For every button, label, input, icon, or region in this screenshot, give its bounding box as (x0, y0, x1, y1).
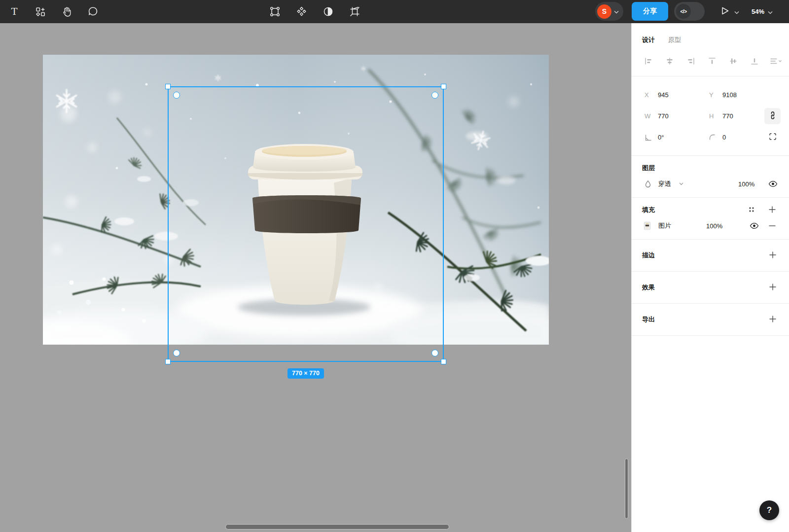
add-stroke-button[interactable] (769, 251, 777, 260)
mask-button[interactable] (319, 2, 337, 21)
align-right-button[interactable] (684, 55, 697, 68)
fill-row: 图片 100% (632, 220, 789, 231)
crop-icon (349, 6, 360, 17)
zoom-level: 54% (752, 8, 764, 15)
width-value: 770 (658, 112, 669, 120)
corner-radius-value: 0 (722, 134, 726, 141)
components-button[interactable] (292, 2, 311, 21)
rotation-row: 0° 0 (632, 127, 789, 148)
selection-size-label: 770 × 770 (287, 368, 324, 379)
fill-type-label[interactable]: 图片 (658, 221, 671, 230)
zoom-level-menu[interactable]: 54% (752, 0, 773, 23)
tab-prototype[interactable]: 原型 (668, 35, 681, 44)
fill-visibility-toggle[interactable] (750, 222, 759, 229)
stroke-section: 描边 (632, 240, 789, 271)
components-icon (296, 6, 307, 17)
effects-section: 效果 (632, 272, 789, 303)
edit-object-button[interactable] (265, 2, 284, 21)
height-label: H (709, 112, 717, 120)
fill-styles-icon[interactable] (748, 206, 755, 213)
transform-section: X 945 Y 9108 W 770 H 770 (632, 76, 789, 155)
blend-mode-row: 穿透 100% (632, 178, 789, 189)
layer-section-title: 图层 (642, 164, 655, 173)
account-menu[interactable]: S (595, 2, 623, 21)
left-tool-group: T (5, 0, 102, 23)
selection-box[interactable] (168, 86, 444, 362)
y-value: 9108 (722, 91, 737, 99)
help-button[interactable]: ? (759, 500, 779, 520)
blend-droplet-icon (644, 180, 652, 188)
text-tool-icon: T (9, 6, 20, 17)
align-horizontal-center-button[interactable] (663, 55, 676, 68)
distribute-menu-button[interactable] (769, 55, 782, 68)
layer-visibility-toggle[interactable] (768, 180, 778, 187)
add-fill-button[interactable] (768, 206, 776, 213)
play-icon (721, 6, 729, 17)
remove-fill-button[interactable] (768, 222, 776, 230)
resize-handle-top-right[interactable] (441, 84, 446, 89)
height-value: 770 (722, 112, 733, 120)
add-export-button[interactable] (769, 315, 777, 324)
crop-button[interactable] (345, 2, 364, 21)
top-toolbar: T (0, 0, 789, 23)
chevron-down-icon (679, 182, 683, 185)
text-tool-button[interactable]: T (5, 2, 24, 21)
expand-corners-icon (768, 132, 777, 142)
rotation-field[interactable]: 0° (645, 134, 709, 141)
divider (632, 335, 789, 336)
rotation-value: 0° (658, 134, 664, 141)
present-button[interactable] (721, 0, 739, 23)
assets-tool-button[interactable] (31, 2, 50, 21)
y-label: Y (709, 91, 717, 99)
add-effect-button[interactable] (769, 283, 777, 292)
share-button[interactable]: 分享 (632, 2, 668, 21)
hand-tool-icon (61, 6, 72, 17)
align-left-button[interactable] (642, 55, 655, 68)
edit-object-icon (269, 6, 281, 17)
align-top-button[interactable] (706, 55, 718, 68)
fill-section: 填充 图片 100% (632, 198, 789, 231)
comment-tool-button[interactable] (83, 2, 102, 21)
corner-radius-handle-top-right[interactable] (431, 92, 438, 99)
size-row: W 770 H 770 (632, 106, 789, 127)
align-vertical-center-button[interactable] (727, 55, 740, 68)
fill-section-title: 填充 (642, 206, 655, 214)
width-field[interactable]: W 770 (645, 112, 709, 120)
corner-radius-handle-bottom-right[interactable] (431, 350, 438, 356)
y-field[interactable]: Y 9108 (709, 91, 774, 99)
mask-icon (323, 6, 334, 17)
resize-handle-bottom-left[interactable] (165, 359, 171, 364)
blend-mode-select[interactable]: 穿透 (658, 179, 671, 188)
tab-design[interactable]: 设计 (642, 35, 655, 44)
stroke-section-title: 描边 (642, 251, 769, 260)
layer-section: 图层 穿透 100% (632, 156, 789, 189)
center-tool-group (265, 0, 364, 23)
align-bottom-button[interactable] (748, 55, 761, 68)
position-row: X 945 Y 9108 (632, 84, 789, 106)
x-value: 945 (658, 91, 669, 99)
rotation-icon (645, 134, 653, 141)
canvas[interactable]: 770 × 770 (0, 23, 631, 532)
fill-thumbnail[interactable] (644, 222, 650, 230)
inspector-tabs: 设计 原型 (632, 23, 789, 44)
independent-corners-button[interactable] (764, 129, 781, 145)
avatar: S (597, 4, 611, 19)
x-field[interactable]: X 945 (645, 91, 709, 99)
vertical-scrollbar[interactable] (625, 459, 628, 519)
fill-opacity-field[interactable]: 100% (706, 222, 722, 230)
corner-radius-handle-bottom-left[interactable] (173, 350, 180, 356)
corner-radius-handle-top-left[interactable] (173, 92, 180, 99)
effects-section-title: 效果 (642, 283, 769, 292)
chevron-down-icon (614, 7, 619, 16)
chevron-down-icon (734, 7, 739, 16)
layer-opacity-field[interactable]: 100% (738, 180, 754, 188)
dev-mode-toggle[interactable]: </> (674, 2, 705, 21)
resize-handle-bottom-right[interactable] (441, 359, 446, 364)
resize-handle-top-left[interactable] (165, 84, 171, 89)
chevron-down-icon (768, 7, 773, 16)
export-section-title: 导出 (642, 315, 769, 324)
inspector-panel: 设计 原型 X 945 (631, 23, 789, 532)
hand-tool-button[interactable] (57, 2, 76, 21)
constrain-proportions-toggle[interactable] (764, 108, 781, 124)
horizontal-scrollbar[interactable] (225, 524, 449, 530)
